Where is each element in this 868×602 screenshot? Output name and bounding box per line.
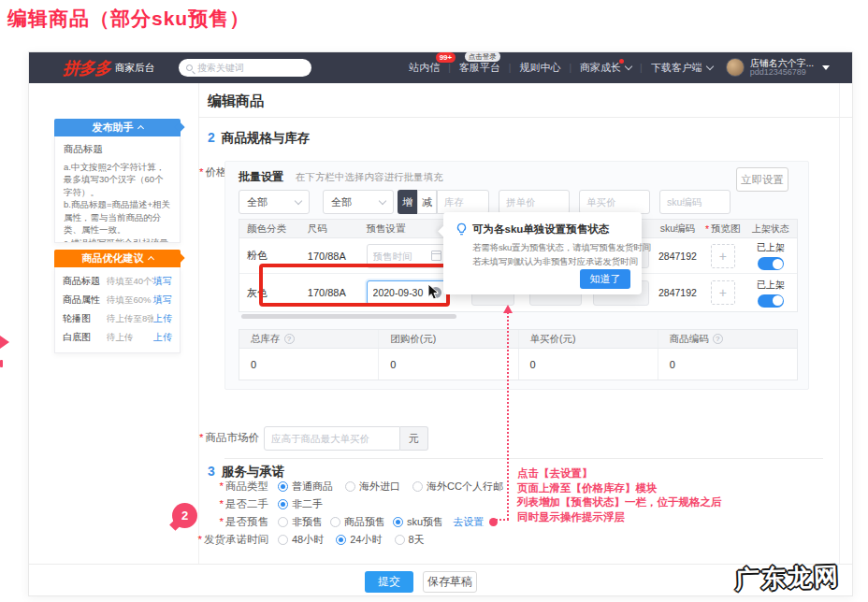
help-icon[interactable]: ?	[284, 334, 295, 344]
chevron-down-icon	[625, 63, 632, 70]
summary-col-code: 商品编码?	[658, 330, 797, 348]
sku-code: 2847192	[655, 238, 702, 273]
service-hint-badge: 点击登录	[465, 51, 500, 62]
col-size: 尺码	[300, 220, 359, 237]
left-edge-mark	[0, 360, 3, 367]
notification-dot	[619, 59, 624, 64]
upload-preview-button[interactable]: +	[711, 244, 735, 268]
radio-overseas-cc[interactable]: 海外CC个人行邮	[412, 480, 503, 494]
status-label: 已上架	[757, 279, 785, 292]
assistant-panel-header[interactable]: 发布助手	[54, 119, 181, 136]
assistant-line: b.商品标题=商品描述+相关属性，需与当前商品的分类、属性一致。	[64, 198, 171, 236]
fill-link[interactable]: 填写	[153, 294, 172, 307]
chevron-down-icon	[295, 197, 302, 205]
watermark: 广东龙网	[734, 560, 840, 596]
radio-48h[interactable]: 48小时	[278, 533, 324, 547]
apply-batch-button[interactable]: 立即设置	[736, 167, 788, 192]
summary-table: 总库存? 团购价(元) 单买价(元) 商品编码? 0 0 0 0	[239, 329, 798, 380]
status-label: 已上架	[757, 241, 785, 254]
upload-link[interactable]: 上传	[153, 331, 172, 344]
optimize-row: 商品属性 待填至60% 填写	[63, 291, 172, 309]
nav-item-download[interactable]: 下载客户端	[651, 61, 713, 75]
assistant-line: a.中文按照2个字符计算，最多填写30个汉字（60个字符）。	[64, 161, 171, 198]
batch-stock-input[interactable]	[437, 190, 489, 214]
radio-icon	[336, 535, 346, 545]
onsale-toggle[interactable]	[758, 257, 784, 270]
increase-button[interactable]: 增	[398, 190, 417, 214]
batch-group-price-input[interactable]	[499, 190, 570, 214]
page-title: 编辑商品	[208, 93, 264, 110]
fill-link[interactable]: 填写	[153, 275, 172, 288]
horizontal-scrollbar[interactable]	[241, 314, 456, 319]
highlight-rectangle	[259, 264, 450, 307]
market-price-input[interactable]	[264, 426, 400, 451]
nav-item-messages[interactable]: 站内信 99+	[409, 61, 440, 75]
upload-preview-button[interactable]: +	[711, 280, 735, 305]
messages-badge: 99+	[436, 52, 456, 63]
dropdown-triangle-icon	[822, 65, 830, 70]
nav-separator: |	[569, 63, 571, 73]
save-draft-button[interactable]: 保存草稿	[423, 571, 477, 593]
summary-col-group-price: 团购价(元)	[378, 330, 517, 348]
tooltip-line: 若未填写则默认为非预售对应承诺发货时间	[472, 256, 638, 268]
summary-col-single-price: 单买价(元)	[518, 330, 658, 348]
section-divider	[224, 458, 823, 459]
presale-row: 是否预售 非预售 商品预售 sku预售 去设置	[192, 514, 498, 529]
col-color: 颜色分类	[239, 220, 300, 237]
sku-code: 2847192	[655, 274, 702, 311]
got-it-button[interactable]: 知道了	[580, 269, 630, 289]
left-edge-arrow-icon	[0, 336, 9, 349]
nav-item-rules[interactable]: 规则中心	[519, 61, 560, 75]
upload-link[interactable]: 上传	[153, 312, 172, 325]
radio-icon	[412, 481, 423, 492]
radio-sku-presale[interactable]: sku预售	[393, 515, 443, 529]
nav-item-growth[interactable]: 商家成长	[580, 61, 631, 75]
summary-value: 0	[378, 349, 517, 380]
radio-no-presale[interactable]: 非预售	[278, 515, 323, 529]
avatar	[726, 58, 745, 77]
batch-select-1[interactable]: 全部	[239, 190, 310, 214]
batch-single-price-input[interactable]	[579, 190, 650, 214]
batch-set-hint: 在下方栏中选择内容进行批量填充	[296, 171, 443, 184]
radio-icon	[395, 535, 405, 545]
bulb-icon	[456, 222, 468, 239]
chevron-up-icon	[137, 125, 143, 132]
mouse-cursor-icon	[427, 283, 441, 304]
nav-item-service[interactable]: 客服平台 点击登录	[459, 61, 500, 75]
radio-icon	[278, 535, 288, 545]
radio-not-secondhand[interactable]: 非二手	[278, 497, 323, 511]
dotted-line-vertical	[507, 312, 509, 520]
batch-sku-input[interactable]	[659, 190, 731, 214]
decrease-button[interactable]: 减	[417, 190, 437, 214]
help-icon[interactable]: ?	[713, 334, 723, 344]
submit-button[interactable]: 提交	[365, 571, 413, 593]
secondhand-row: 是否二手 非二手	[192, 496, 335, 511]
radio-product-presale[interactable]: 商品预售	[330, 515, 385, 529]
summary-value: 0	[518, 349, 658, 380]
radio-24h[interactable]: 24小时	[336, 533, 382, 547]
user-menu[interactable]: 店铺名六个字... pdd123456789	[713, 58, 830, 78]
step-badge: 2	[172, 503, 197, 528]
optimize-panel: 商品标题 待填至40个字符 填写 商品属性 待填至60% 填写 轮播图 待上传至…	[54, 267, 181, 353]
search-icon	[186, 64, 193, 71]
radio-normal-product[interactable]: 普通商品	[278, 480, 333, 494]
go-setup-link[interactable]: 去设置	[453, 515, 484, 529]
market-price-label: 商品市场价	[168, 431, 259, 445]
batch-select-2[interactable]: 全部	[323, 190, 394, 214]
dotted-line-horizontal	[493, 519, 509, 521]
assistant-panel: 商品标题 a.中文按照2个字符计算，最多填写30个汉字（60个字符）。 b.商品…	[54, 136, 181, 243]
heading-divider	[198, 117, 852, 118]
radio-8d[interactable]: 8天	[395, 533, 425, 547]
pdd-logo: 拼多多	[63, 57, 110, 79]
optimize-panel-header[interactable]: 商品优化建议	[54, 250, 181, 267]
radio-icon	[278, 481, 288, 492]
navbar-search[interactable]	[179, 59, 311, 77]
radio-overseas-import[interactable]: 海外进口	[345, 480, 400, 494]
shop-id: pdd123456789	[750, 68, 814, 78]
search-input[interactable]	[197, 63, 304, 73]
col-sku: sku编码	[655, 220, 702, 237]
presale-date-field[interactable]	[373, 251, 431, 262]
onsale-toggle[interactable]	[758, 294, 784, 308]
chevron-up-icon	[147, 256, 153, 263]
shipping-time-row: 发货承诺时间 48小时 24小时 8天	[192, 532, 437, 547]
